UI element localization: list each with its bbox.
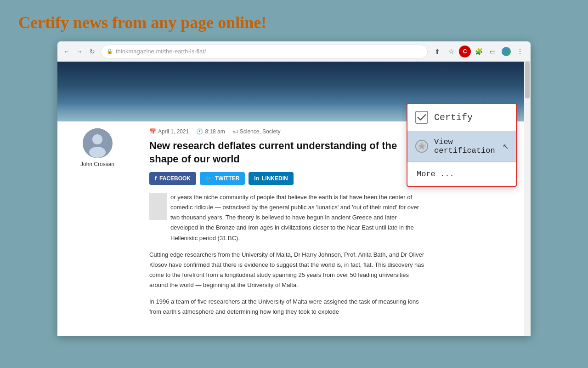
facebook-icon: f [155, 175, 157, 182]
back-button[interactable]: ← [62, 47, 71, 56]
certify-extension-icon[interactable]: C [459, 46, 471, 58]
twitter-share-button[interactable]: 🐦 TWITTER [200, 172, 245, 185]
first-para-text: or years the niche community of people t… [170, 192, 425, 243]
twitter-label: TWITTER [215, 175, 239, 182]
calendar-icon: 📅 [149, 128, 156, 135]
article-title: New research deflates current understand… [149, 139, 416, 166]
menu-icon[interactable]: ⋮ [514, 46, 526, 58]
tag-icon: 🏷 [232, 128, 238, 135]
linkedin-share-button[interactable]: in LINKEDIN [249, 172, 293, 185]
view-certification-label: View certification [434, 138, 497, 155]
linkedin-icon: in [254, 175, 259, 182]
browser-chrome: ← → ↻ 🔒 thinkmagazine.mt/the-earth-is-fl… [57, 41, 531, 62]
article-date: 📅 April 1, 2021 [149, 128, 189, 135]
third-paragraph: In 1996 a team of five researchers at th… [149, 297, 425, 317]
cursor-icon: ↖ [503, 142, 509, 151]
article-categories: 🏷 Science, Society [232, 128, 281, 135]
facebook-share-button[interactable]: f FACEBOOK [149, 172, 196, 185]
refresh-button[interactable]: ↻ [88, 47, 97, 56]
first-paragraph: or years the niche community of people t… [149, 192, 425, 243]
sidebar-icon[interactable]: ▭ [486, 46, 498, 58]
second-paragraph: Cutting edge researchers from the Univer… [149, 250, 425, 290]
page-headline: Certify news from any page online! [0, 0, 285, 41]
svg-point-1 [92, 134, 102, 144]
more-button[interactable]: More ... [407, 162, 516, 186]
lock-icon: 🔒 [107, 48, 113, 54]
website-content: John Crossan 📅 April 1, 2021 🕐 8:18 am 🏷… [57, 62, 531, 336]
twitter-icon: 🐦 [205, 175, 212, 182]
certification-badge-icon [415, 139, 429, 153]
article-time: 🕐 8:18 am [196, 128, 225, 135]
puzzle-icon[interactable]: 🧩 [473, 46, 485, 58]
bookmark-icon[interactable]: ☆ [445, 46, 457, 58]
author-name: John Crossan [80, 161, 114, 167]
extension-popup: Certify View certification ↖ More ... [407, 103, 517, 187]
view-certification-button[interactable]: View certification ↖ [407, 131, 516, 162]
address-text: thinkmagazine.mt/the-earth-is-flat/ [116, 48, 206, 55]
browser-window: ← → ↻ 🔒 thinkmagazine.mt/the-earth-is-fl… [57, 41, 531, 336]
facebook-label: FACEBOOK [159, 175, 191, 182]
popup-header: Certify [407, 104, 516, 131]
profile-icon[interactable] [500, 46, 512, 58]
article-body: or years the niche community of people t… [149, 192, 425, 317]
popup-title: Certify [434, 112, 473, 123]
forward-button[interactable]: → [75, 47, 84, 56]
author-avatar [83, 128, 113, 158]
clock-icon: 🕐 [196, 128, 203, 135]
share-icon[interactable]: ⬆ [431, 46, 443, 58]
dropcap-image [149, 193, 167, 220]
author-block: John Crossan [80, 128, 114, 167]
linkedin-label: LINKEDIN [262, 175, 288, 182]
certify-logo-icon [415, 110, 429, 124]
svg-point-2 [89, 147, 106, 158]
browser-actions: ⬆ ☆ C 🧩 ▭ ⋮ [431, 46, 526, 58]
scrollbar-thumb[interactable] [525, 62, 530, 98]
address-bar[interactable]: 🔒 thinkmagazine.mt/the-earth-is-flat/ [101, 45, 428, 58]
